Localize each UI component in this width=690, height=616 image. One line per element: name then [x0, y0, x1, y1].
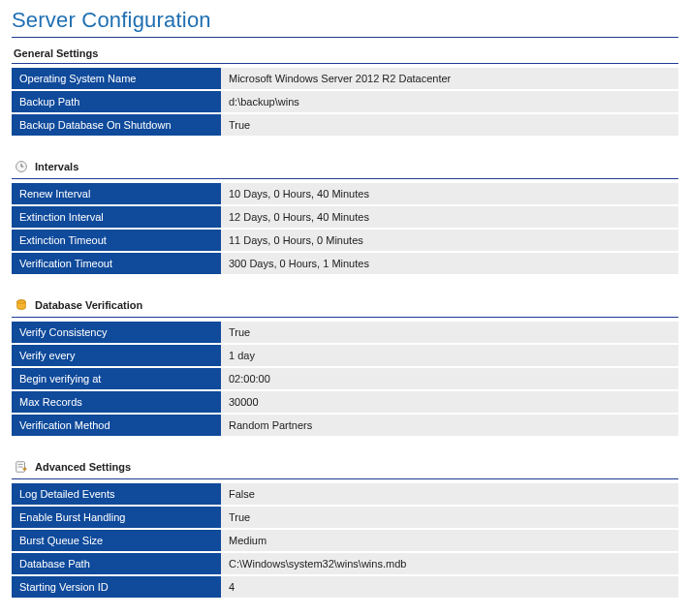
row-value: True [221, 507, 678, 528]
row-key: Verify every [12, 345, 221, 366]
settings-icon [14, 459, 29, 475]
row-value: True [221, 322, 678, 343]
row-key: Backup Path [12, 91, 221, 112]
table-row: Operating System NameMicrosoft Windows S… [12, 68, 678, 89]
section-header-intervals: Intervals [12, 155, 678, 179]
table-dbverify: Verify ConsistencyTrueVerify every1 dayB… [12, 320, 678, 438]
row-key: Max Records [12, 391, 221, 413]
row-value: d:\backup\wins [221, 91, 678, 112]
table-intervals: Renew Interval10 Days, 0 Hours, 40 Minut… [12, 181, 678, 276]
section-header-dbverify: Database Verification [12, 293, 678, 318]
row-key: Verify Consistency [12, 322, 221, 343]
row-value: 30000 [221, 391, 678, 413]
row-value: 300 Days, 0 Hours, 1 Minutes [221, 253, 678, 274]
row-value: 12 Days, 0 Hours, 40 Minutes [221, 206, 678, 228]
table-row: Verify ConsistencyTrue [12, 322, 678, 343]
section-advanced: Advanced SettingsLog Detailed EventsFals… [12, 455, 678, 600]
table-row: Extinction Interval12 Days, 0 Hours, 40 … [12, 206, 678, 228]
section-dbverify: Database VerificationVerify ConsistencyT… [12, 293, 678, 438]
section-title: Intervals [35, 161, 78, 172]
table-row: Renew Interval10 Days, 0 Hours, 40 Minut… [12, 183, 678, 204]
row-key: Verification Timeout [12, 253, 221, 274]
row-key: Operating System Name [12, 68, 221, 89]
clock-icon [14, 159, 29, 174]
row-key: Extinction Interval [12, 206, 221, 228]
table-row: Backup Database On ShutdownTrue [12, 114, 678, 136]
section-intervals: IntervalsRenew Interval10 Days, 0 Hours,… [12, 155, 678, 276]
row-key: Database Path [12, 553, 221, 574]
section-general: General SettingsOperating System NameMic… [12, 44, 678, 138]
section-title: General Settings [14, 47, 98, 59]
table-advanced: Log Detailed EventsFalseEnable Burst Han… [12, 481, 678, 600]
section-header-general: General Settings [12, 44, 678, 64]
table-row: Backup Pathd:\backup\wins [12, 91, 678, 112]
page-title: Server Configuration [12, 8, 678, 33]
row-key: Verification Method [12, 415, 221, 436]
row-value: C:\Windows\system32\wins\wins.mdb [221, 553, 678, 574]
database-icon [14, 297, 29, 313]
row-key: Burst Queue Size [12, 530, 221, 551]
row-key: Log Detailed Events [12, 483, 221, 505]
section-title: Database Verification [35, 299, 142, 311]
row-value: 11 Days, 0 Hours, 0 Minutes [221, 230, 678, 251]
table-row: Verification Timeout300 Days, 0 Hours, 1… [12, 253, 678, 274]
table-row: Verify every1 day [12, 345, 678, 366]
table-row: Starting Version ID4 [12, 576, 678, 598]
row-value: 10 Days, 0 Hours, 40 Minutes [221, 183, 678, 204]
table-row: Enable Burst HandlingTrue [12, 507, 678, 528]
row-key: Backup Database On Shutdown [12, 114, 221, 136]
row-key: Enable Burst Handling [12, 507, 221, 528]
table-row: Begin verifying at02:00:00 [12, 368, 678, 389]
table-general: Operating System NameMicrosoft Windows S… [12, 66, 678, 138]
table-row: Log Detailed EventsFalse [12, 483, 678, 505]
table-row: Verification MethodRandom Partners [12, 415, 678, 436]
table-row: Database PathC:\Windows\system32\wins\wi… [12, 553, 678, 574]
row-value: Microsoft Windows Server 2012 R2 Datacen… [221, 68, 678, 89]
row-key: Begin verifying at [12, 368, 221, 389]
row-value: False [221, 483, 678, 505]
table-row: Extinction Timeout11 Days, 0 Hours, 0 Mi… [12, 230, 678, 251]
row-value: 02:00:00 [221, 368, 678, 389]
row-key: Extinction Timeout [12, 230, 221, 251]
row-key: Starting Version ID [12, 576, 221, 598]
section-title: Advanced Settings [35, 461, 131, 473]
section-header-advanced: Advanced Settings [12, 455, 678, 479]
table-row: Max Records30000 [12, 391, 678, 413]
row-value: 1 day [221, 345, 678, 366]
row-key: Renew Interval [12, 183, 221, 204]
title-divider [12, 37, 678, 38]
table-row: Burst Queue SizeMedium [12, 530, 678, 551]
row-value: Medium [221, 530, 678, 551]
row-value: True [221, 114, 678, 136]
row-value: 4 [221, 576, 678, 598]
row-value: Random Partners [221, 415, 678, 436]
